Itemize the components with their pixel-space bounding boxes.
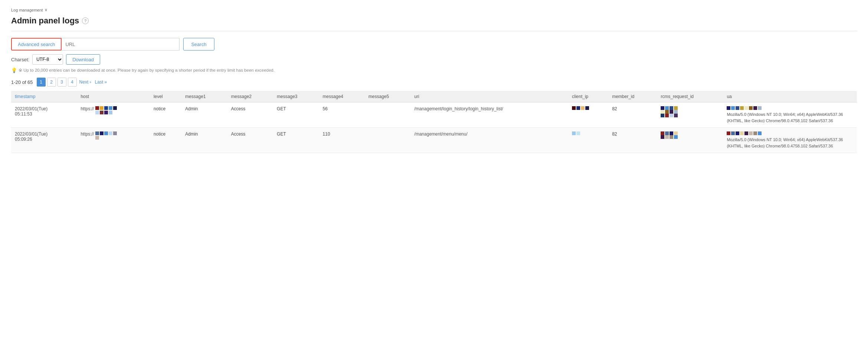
cell-client-ip [568,102,608,128]
breadcrumb-label[interactable]: Log management [11,8,43,12]
col-level: level [150,91,181,102]
host-color-block [109,106,112,110]
col-uri: uri [411,91,568,102]
cell-message3: GET [273,102,319,128]
cell-timestamp: 2022/03/01(Tue)05:09:26 [11,128,77,153]
table-header: timestamp host level message1 message2 m… [11,91,857,102]
col-message2: message2 [227,91,273,102]
page-btn-2[interactable]: 2 [47,78,56,87]
logs-table: timestamp host level message1 message2 m… [11,91,857,153]
rcms-color-block [665,110,669,114]
col-timestamp[interactable]: timestamp [11,91,77,102]
cell-message5 [365,102,411,128]
cell-message2: Access [227,128,273,153]
breadcrumb-arrow: ∨ [45,7,47,12]
col-host: host [77,91,150,102]
ua-color-block [731,131,735,135]
rcms-color-block [665,135,669,139]
ua-color-block [731,106,735,110]
info-note: 💡 ※ Up to 20,000 entries can be download… [11,68,857,73]
page-btn-3[interactable]: 3 [57,78,66,87]
ua-color-block [749,131,753,135]
table-body: 2022/03/01(Tue)05:11:53 https:// noticeA… [11,102,857,153]
cell-member-id: 82 [608,102,657,128]
rcms-color-blocks-1 [661,106,683,110]
col-message1: message1 [181,91,227,102]
ip-color-block [572,131,576,135]
cell-message4: 56 [319,102,365,128]
host-color-block [104,106,108,110]
cell-ua: Mozilla/5.0 (Windows NT 10.0; Win64; x64… [723,102,857,128]
client-ip-color-blocks [572,106,594,110]
col-message4: message4 [319,91,365,102]
ua-color-block [753,106,757,110]
ua-color-block [744,106,748,110]
ip-color-block [581,106,585,110]
host-color-block [113,131,117,135]
cell-ua: Mozilla/5.0 (Windows NT 10.0; Win64; x64… [723,128,857,153]
ua-color-block [740,131,744,135]
ip-color-block [572,106,576,110]
cell-message1: Admin [181,102,227,128]
rcms-color-block [670,114,673,117]
page-range: 1-20 of 65 [11,79,33,85]
rcms-color-block [661,114,664,117]
rcms-color-block [665,114,669,117]
ua-color-block [749,106,753,110]
cell-rcms-request-id [657,128,723,153]
cell-message5 [365,128,411,153]
col-message5: message5 [365,91,411,102]
rcms-color-block [665,106,669,110]
rcms-color-blocks-1 [661,131,683,135]
host-color-blocks [95,131,118,140]
host-text: https:// [80,106,94,111]
rcms-color-block [674,110,678,114]
page-container: Log management ∨ Admin panel logs ? Adva… [0,0,868,345]
ua-color-block [740,106,744,110]
download-button[interactable]: Download [66,54,100,65]
rcms-color-block [674,114,678,117]
page-btn-1[interactable]: 1 [37,78,46,87]
host-color-block [109,131,112,135]
rcms-color-block [670,131,673,135]
page-title-row: Admin panel logs ? [11,16,857,26]
cell-uri: /management/login_history/login_history_… [411,102,568,128]
rcms-color-block [670,106,673,110]
host-color-block [100,131,103,135]
ua-color-block [736,131,739,135]
pagination: 1-20 of 65 1 2 3 4 Next › Last » [11,78,857,87]
cell-level: notice [150,128,181,153]
cell-message2: Access [227,102,273,128]
url-search-input[interactable] [61,38,180,51]
help-icon[interactable]: ? [82,17,89,24]
search-button[interactable]: Search [183,38,214,51]
charset-label: Charset: [11,57,29,62]
rcms-color-blocks-2 [661,110,683,114]
table-row: 2022/03/01(Tue)05:11:53 https:// noticeA… [11,102,857,128]
rcms-color-block [661,131,664,135]
rcms-color-block [665,131,669,135]
next-page-button[interactable]: Next › [78,79,92,85]
col-message3: message3 [273,91,319,102]
ua-color-block [736,106,739,110]
host-color-block [95,111,99,114]
breadcrumb[interactable]: Log management ∨ [11,7,857,12]
ua-color-block [727,106,730,110]
ip-color-block [585,106,589,110]
download-row: Charset: UTF-8 Shift_JIS EUC-JP Download [11,54,857,65]
bulb-icon: 💡 [11,68,17,73]
host-color-block [100,111,103,114]
last-page-button[interactable]: Last » [94,79,108,85]
page-btn-4[interactable]: 4 [68,78,77,87]
cell-message1: Admin [181,128,227,153]
page-title: Admin panel logs [11,16,79,26]
host-color-block [113,106,117,110]
cell-message3: GET [273,128,319,153]
rcms-color-block [670,135,673,139]
charset-select[interactable]: UTF-8 Shift_JIS EUC-JP [32,54,63,65]
rcms-color-blocks-3 [661,114,683,117]
ip-color-block [576,106,580,110]
host-color-block [109,111,112,114]
advanced-search-button[interactable]: Advanced search [11,38,61,51]
title-divider [11,31,857,31]
